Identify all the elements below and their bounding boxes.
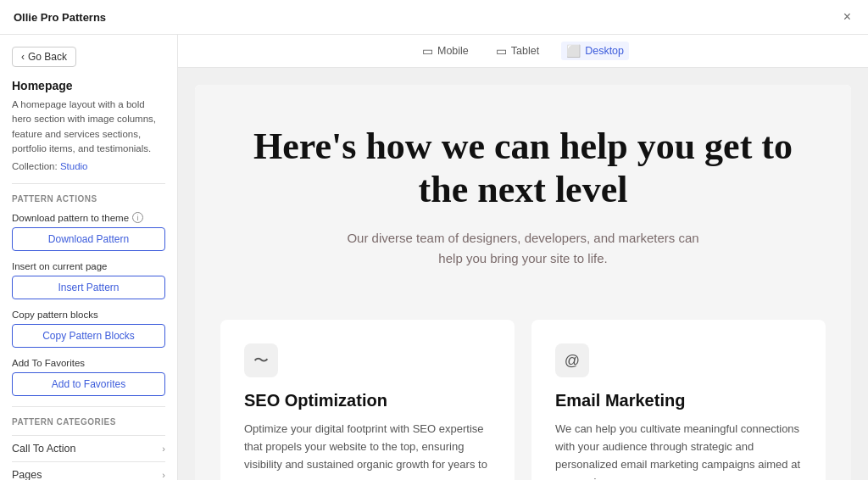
download-pattern-button[interactable]: Download Pattern xyxy=(12,227,165,251)
page-description: A homepage layout with a bold hero secti… xyxy=(12,98,165,156)
hero-subtitle: Our diverse team of designers, developer… xyxy=(345,228,701,269)
action-copy-label: Copy pattern blocks xyxy=(12,310,165,320)
preview-canvas: Here's how we can help you get to the ne… xyxy=(178,68,868,480)
insert-pattern-button[interactable]: Insert Pattern xyxy=(12,276,165,299)
action-insert-label: Insert on current page xyxy=(12,261,165,271)
card-seo: 〜 SEO Optimization Optimize your digital… xyxy=(220,320,515,480)
chevron-right-icon: › xyxy=(162,444,165,454)
divider-1 xyxy=(12,183,165,184)
card-email-desc: We can help you cultivate meaningful con… xyxy=(555,421,802,480)
card-seo-title: SEO Optimization xyxy=(244,391,491,410)
desktop-view-button[interactable]: ⬜ Desktop xyxy=(561,42,629,60)
card-seo-desc: Optimize your digital footprint with SEO… xyxy=(244,421,491,480)
mobile-icon: ▭ xyxy=(422,44,433,58)
card-email: @ Email Marketing We can help you cultiv… xyxy=(531,320,826,480)
hero-title: Here's how we can help you get to the ne… xyxy=(246,126,800,211)
tablet-icon: ▭ xyxy=(496,44,507,58)
canvas-inner: Here's how we can help you get to the ne… xyxy=(195,85,851,480)
pattern-actions-heading: PATTERN ACTIONS xyxy=(12,194,165,204)
hero-section: Here's how we can help you get to the ne… xyxy=(195,85,851,303)
title-bar: Ollie Pro Patterns × xyxy=(0,0,868,35)
email-icon: @ xyxy=(555,343,589,377)
viewport-toolbar: ▭ Mobile ▭ Tablet ⬜ Desktop xyxy=(178,35,868,68)
app-title: Ollie Pro Patterns xyxy=(14,11,106,24)
preview-area: ▭ Mobile ▭ Tablet ⬜ Desktop Here's how w… xyxy=(178,35,868,480)
sidebar: ‹ Go Back Homepage A homepage layout wit… xyxy=(0,35,178,480)
card-email-title: Email Marketing xyxy=(555,391,802,410)
chevron-right-icon: › xyxy=(162,470,165,480)
back-arrow-icon: ‹ xyxy=(21,51,25,63)
action-group-download: Download pattern to theme i Download Pat… xyxy=(12,212,165,251)
add-favorites-button[interactable]: Add to Favorites xyxy=(12,372,165,396)
copy-pattern-button[interactable]: Copy Pattern Blocks xyxy=(12,324,165,348)
go-back-button[interactable]: ‹ Go Back xyxy=(12,47,76,67)
divider-2 xyxy=(12,406,165,407)
collection-link[interactable]: Studio xyxy=(60,161,88,171)
mobile-view-button[interactable]: ▭ Mobile xyxy=(417,42,474,60)
categories-heading: PATTERN CATEGORIES xyxy=(12,417,165,427)
action-group-favorites: Add To Favorites Add to Favorites xyxy=(12,358,165,396)
main-layout: ‹ Go Back Homepage A homepage layout wit… xyxy=(0,35,868,480)
action-favorites-label: Add To Favorites xyxy=(12,358,165,368)
cards-section: 〜 SEO Optimization Optimize your digital… xyxy=(195,303,851,480)
category-item-pages[interactable]: Pages › xyxy=(12,461,165,480)
close-button[interactable]: × xyxy=(840,8,854,25)
collection-label: Collection: Studio xyxy=(12,161,165,171)
info-icon[interactable]: i xyxy=(132,212,143,223)
action-group-insert: Insert on current page Insert Pattern xyxy=(12,261,165,299)
desktop-icon: ⬜ xyxy=(566,44,581,58)
seo-icon: 〜 xyxy=(244,343,278,377)
action-group-copy: Copy pattern blocks Copy Pattern Blocks xyxy=(12,310,165,348)
action-download-label: Download pattern to theme i xyxy=(12,212,165,223)
page-title: Homepage xyxy=(12,79,165,92)
tablet-view-button[interactable]: ▭ Tablet xyxy=(491,42,544,60)
category-item-cta[interactable]: Call To Action › xyxy=(12,435,165,461)
